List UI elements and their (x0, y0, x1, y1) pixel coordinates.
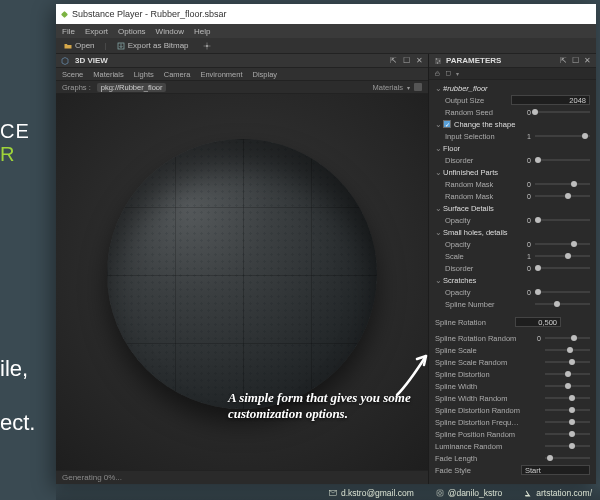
undock-icon[interactable]: ⇱ (560, 56, 567, 65)
spline-7-row: Spline Distortion Frequency (429, 416, 596, 428)
export-bitmap-button[interactable]: Export as Bitmap (113, 40, 193, 51)
group-title: Scratches (443, 276, 590, 285)
tab-camera[interactable]: Camera (164, 70, 191, 79)
g2-r1-slider[interactable] (535, 192, 590, 200)
contact-email: d.kstro@gmail.com (329, 488, 414, 498)
graph-row: Graphs : pkg://Rubber_floor Materials ▾ (56, 81, 428, 94)
g1-r0-slider[interactable] (535, 156, 590, 164)
spline-0-slider[interactable] (545, 334, 590, 342)
top-0-field[interactable]: 2048 (511, 95, 590, 105)
group-surface-details[interactable]: ⌄Surface Details (429, 202, 596, 214)
spline-1-label: Spline Scale (435, 346, 521, 355)
g3-r0-label: Opacity (445, 216, 511, 225)
svg-point-3 (439, 60, 441, 62)
spline-1-slider[interactable] (545, 346, 590, 354)
top-1-label: Random Seed (445, 108, 511, 117)
viewport-3d[interactable] (56, 94, 428, 470)
g4-r1-slider[interactable] (535, 252, 590, 260)
caret-down-icon: ⌄ (435, 228, 443, 237)
g4-r0-slider[interactable] (535, 240, 590, 248)
cube-icon (61, 57, 69, 65)
menu-window[interactable]: Window (156, 27, 184, 36)
close-icon[interactable]: ✕ (416, 56, 423, 65)
preset-icon[interactable] (445, 70, 452, 77)
view3d-header: 3D VIEW ⇱ ☐ ✕ (56, 54, 428, 68)
spline-rotation-field[interactable]: 0,500 (515, 317, 561, 327)
tab-materials[interactable]: Materials (93, 70, 123, 79)
spline-rotation-row: Spline Rotation0,500 (429, 316, 596, 328)
window-title: Substance Player - Rubber_floor.sbsar (72, 9, 227, 19)
group-small-holes-details[interactable]: ⌄Small holes, details (429, 226, 596, 238)
group-checkbox[interactable]: ✓ (443, 120, 451, 128)
g5-r0-slider[interactable] (535, 288, 590, 296)
group-title: Small holes, details (443, 228, 590, 237)
instagram-icon (436, 489, 444, 497)
tab-lights[interactable]: Lights (134, 70, 154, 79)
fade-style-field[interactable]: Start (521, 465, 590, 475)
material-swatch[interactable] (414, 83, 422, 91)
open-button[interactable]: Open (60, 40, 99, 51)
graph-label: Graphs : (62, 83, 91, 92)
group-unfinished-parts[interactable]: ⌄Unfinished Parts (429, 166, 596, 178)
spline-4-label: Spline Width (435, 382, 521, 391)
menu-help[interactable]: Help (194, 27, 210, 36)
fade-style-label: Fade Style (435, 466, 521, 475)
menu-file[interactable]: File (62, 27, 75, 36)
maximize-icon[interactable]: ☐ (403, 56, 410, 65)
g4-r2-slider[interactable] (535, 264, 590, 272)
tab-environment[interactable]: Environment (200, 70, 242, 79)
app-window: Substance Player - Rubber_floor.sbsar Fi… (56, 4, 596, 484)
caret-down-icon: ⌄ (435, 204, 443, 213)
caret-down-icon: ⌄ (435, 168, 443, 177)
menu-export[interactable]: Export (85, 27, 108, 36)
g2-r0-slider[interactable] (535, 180, 590, 188)
lock-icon[interactable] (434, 70, 441, 77)
transform-tool-button[interactable] (199, 41, 215, 51)
spline-4-slider[interactable] (545, 382, 590, 390)
graph-path[interactable]: pkg://Rubber_floor (97, 83, 167, 92)
g2-r1-value: 0 (511, 193, 535, 200)
spline-7-label: Spline Distortion Frequency (435, 418, 521, 427)
g4-r0-row: Opacity0 (429, 238, 596, 250)
spline-3-slider[interactable] (545, 370, 590, 378)
g0-r0-label: Input Selection (445, 132, 511, 141)
g0-r0-slider[interactable] (535, 132, 590, 140)
parameters-list: ⌄#rubber_floorOutput Size2048Random Seed… (429, 80, 596, 484)
spline-10-slider[interactable] (545, 454, 590, 462)
g5-r1-slider[interactable] (535, 300, 590, 308)
g4-r2-label: Disorder (445, 264, 511, 273)
g3-r0-slider[interactable] (535, 216, 590, 224)
group-title: Unfinished Parts (443, 168, 590, 177)
chevron-down-icon[interactable]: ▾ (456, 70, 459, 77)
viewport-column: 3D VIEW ⇱ ☐ ✕ Scene Materials Lights Cam… (56, 54, 428, 484)
spline-8-slider[interactable] (545, 430, 590, 438)
close-icon[interactable]: ✕ (584, 56, 591, 65)
marketing-sidebar: CE R ile, ect. (0, 0, 56, 500)
parameters-panel: PARAMETERS ⇱ ☐ ✕ ▾ ⌄#rubber_floorOutput … (428, 54, 596, 484)
tab-scene[interactable]: Scene (62, 70, 83, 79)
group-floor[interactable]: ⌄Floor (429, 142, 596, 154)
app-logo-icon (61, 10, 68, 17)
spline-7-slider[interactable] (545, 418, 590, 426)
group-scratches[interactable]: ⌄Scratches (429, 274, 596, 286)
g5-r0-value: 0 (511, 289, 535, 296)
undock-icon[interactable]: ⇱ (390, 56, 397, 65)
spline-9-slider[interactable] (545, 442, 590, 450)
materials-dropdown[interactable]: Materials (373, 83, 403, 92)
group-change-the-shape[interactable]: ⌄✓Change the shape (429, 118, 596, 130)
g2-r1-row: Random Mask0 (429, 190, 596, 202)
artstation-text: artstation.com/ (536, 488, 592, 498)
svg-point-1 (206, 45, 208, 47)
spline-2-row: Spline Scale Random (429, 356, 596, 368)
tab-display[interactable]: Display (253, 70, 278, 79)
spline-10-label: Fade Length (435, 454, 521, 463)
spline-5-slider[interactable] (545, 394, 590, 402)
menu-options[interactable]: Options (118, 27, 146, 36)
maximize-icon[interactable]: ☐ (572, 56, 579, 65)
spline-6-slider[interactable] (545, 406, 590, 414)
root-node[interactable]: ⌄#rubber_floor (429, 82, 596, 94)
svg-point-4 (437, 62, 439, 64)
top-0-label: Output Size (445, 96, 511, 105)
top-1-slider[interactable] (535, 108, 590, 116)
spline-2-slider[interactable] (545, 358, 590, 366)
